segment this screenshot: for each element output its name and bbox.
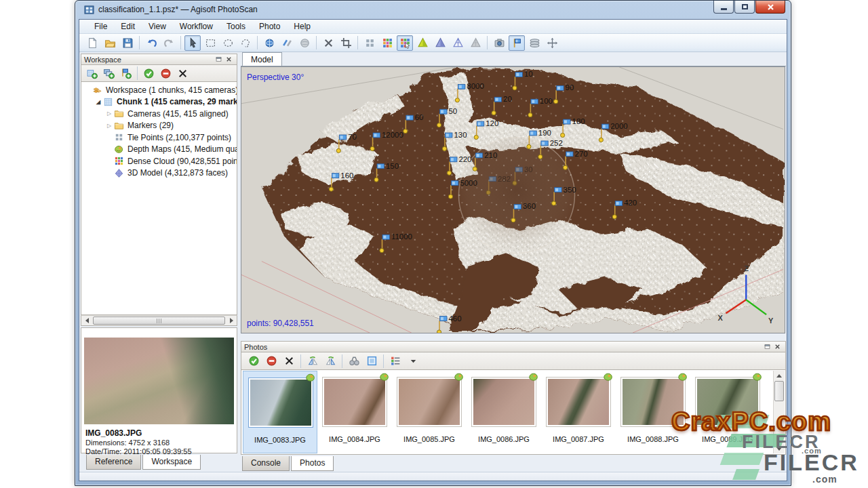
float-panel-button[interactable] (762, 342, 772, 351)
photo-thumbnail[interactable]: IMG_0085.JPG (392, 371, 467, 453)
marker-label: 5000 (460, 179, 477, 187)
photos-caret-down-button[interactable] (405, 354, 421, 369)
toolbar-sphere-gray-button[interactable] (296, 35, 313, 51)
close-panel-button[interactable] (772, 342, 783, 351)
close-panel-button[interactable] (224, 55, 234, 64)
menu-photo[interactable]: Photo (252, 20, 287, 33)
toolbar-select-circle-button[interactable] (220, 35, 236, 51)
toolbar-model-shaded-button[interactable] (414, 35, 431, 51)
select-rect-icon (205, 37, 216, 49)
tree-item-cameras[interactable]: ▷Cameras (415, 415 aligned) (81, 108, 237, 120)
workspace-add-chunk-button[interactable] (84, 66, 100, 81)
menu-workflow[interactable]: Workflow (173, 20, 220, 33)
tree-item-depth[interactable]: Depth Maps (415, Medium quality) (81, 144, 237, 156)
thumbnail-image[interactable] (546, 377, 611, 427)
scroll-right-arrow[interactable] (226, 316, 237, 325)
photo-thumbnail[interactable]: IMG_0087.JPG (541, 371, 616, 453)
thumbnail-image[interactable] (322, 377, 387, 427)
tree-item-chunk[interactable]: ◢Chunk 1 (415 cameras, 29 markers) (81, 96, 237, 108)
toolbar-model-textured-button[interactable] (467, 35, 484, 51)
expander-icon[interactable]: ▷ (106, 123, 113, 129)
tab-workspace[interactable]: Workspace (142, 455, 201, 470)
scrollbar-thumb[interactable] (93, 317, 225, 325)
model-3d-scene[interactable]: 1080009020100506012018020001200070130190… (241, 67, 785, 333)
page: classification_1.1.psz* — Agisoft PhotoS… (0, 0, 868, 488)
toolbar-show-photos-button[interactable] (491, 35, 507, 51)
toolbar-model-wireframe-button[interactable] (450, 35, 466, 51)
workspace-add-photos-button[interactable] (101, 66, 117, 81)
photos-remove-x-button[interactable] (281, 354, 297, 369)
close-button[interactable] (755, 1, 785, 14)
photo-preview-image[interactable] (84, 338, 234, 424)
toolbar-tie-points-button[interactable] (361, 35, 378, 51)
photo-thumbnail[interactable]: IMG_0083.JPG (243, 371, 317, 453)
marker-label: 90 (566, 83, 574, 92)
photo-thumbnail[interactable]: IMG_0086.JPG (467, 371, 541, 453)
toolbar-move-reset-button[interactable] (544, 35, 560, 51)
expander-icon[interactable]: ◢ (95, 99, 102, 105)
photos-view-mode-button[interactable] (363, 354, 380, 369)
toolbar-select-free-button[interactable] (237, 35, 254, 51)
menu-tools[interactable]: Tools (220, 20, 252, 33)
toolbar-select-rect-button[interactable] (202, 35, 218, 51)
toolbar-rotate-object-button[interactable] (261, 35, 277, 51)
thumbnail-image[interactable] (397, 377, 462, 427)
scroll-up-arrow[interactable] (774, 371, 785, 380)
expander-icon[interactable]: ▷ (106, 110, 113, 117)
thumbnail-filename: IMG_0086.JPG (467, 435, 541, 443)
toolbar-undo-button[interactable] (143, 35, 159, 51)
thumbnail-image[interactable] (471, 377, 536, 427)
photos-rotate-left-button[interactable] (304, 354, 321, 369)
toolbar-rotate-free-button[interactable] (279, 35, 295, 51)
toolbar-show-markers-button[interactable] (509, 35, 525, 51)
toolbar-open-folder-button[interactable] (102, 35, 118, 51)
toolbar-crop-button[interactable] (338, 35, 354, 51)
marker-label: 60 (415, 113, 424, 121)
photos-disable-button[interactable] (263, 354, 279, 369)
toolbar-redo-button[interactable] (161, 35, 177, 51)
photos-rotate-right-button[interactable] (322, 354, 338, 369)
workspace-disable-button[interactable] (158, 66, 174, 81)
save-icon (122, 37, 134, 49)
toolbar-ortho-layers-button[interactable] (526, 35, 542, 51)
tab-photos[interactable]: Photos (291, 456, 334, 471)
toolbar-navigation-button[interactable] (184, 35, 201, 51)
remove-x-icon (177, 68, 189, 79)
tree-item-markers[interactable]: ▷Markers (29) (81, 120, 237, 132)
maximize-button[interactable] (734, 1, 755, 14)
workspace-enable-button[interactable] (141, 66, 157, 81)
tab-console[interactable]: Console (242, 456, 290, 471)
workspace-add-marker-button[interactable] (118, 66, 134, 81)
toolbar-dense-cloud-button[interactable] (379, 35, 395, 51)
toolbar-new-document-button[interactable] (84, 35, 100, 51)
toolbar-model-solid-button[interactable] (432, 35, 448, 51)
toolbar-delete-x-button[interactable] (320, 35, 336, 51)
thumbnail-image[interactable] (248, 378, 313, 428)
toolbar-dense-cloud-classes-button[interactable] (397, 35, 413, 51)
tab-reference[interactable]: Reference (86, 455, 141, 470)
model-viewport[interactable]: 1080009020100506012018020001200070130190… (241, 66, 785, 333)
tab-model[interactable]: Model (242, 52, 282, 66)
scroll-left-arrow[interactable] (81, 316, 92, 325)
tree-item-label: Markers (29) (127, 121, 174, 130)
menu-view[interactable]: View (142, 20, 173, 33)
titlebar[interactable]: classification_1.1.psz* — Agisoft PhotoS… (75, 1, 791, 19)
float-panel-button[interactable] (214, 55, 224, 64)
photo-thumbnail[interactable]: IMG_0084.JPG (317, 371, 392, 453)
workspace-hscrollbar[interactable] (81, 315, 237, 326)
menu-file[interactable]: File (87, 20, 114, 33)
photos-binoculars-button[interactable] (346, 354, 362, 369)
toolbar-save-button[interactable] (119, 35, 136, 51)
tree-item-3d[interactable]: 3D Model (4,312,873 faces) (81, 167, 237, 180)
menu-help[interactable]: Help (287, 20, 317, 33)
tree-item-tie[interactable]: Tie Points (2,100,377 points) (81, 131, 237, 144)
photos-enable-button[interactable] (245, 354, 262, 369)
photos-details-grid-button[interactable] (387, 354, 403, 369)
menu-edit[interactable]: Edit (114, 20, 142, 33)
tree-item-workspace[interactable]: Workspace (1 chunks, 415 cameras) (81, 84, 237, 96)
photos-toolbar (241, 352, 786, 370)
tree-item-dense[interactable]: Dense Cloud (90,428,551 points) (81, 155, 237, 167)
scrollbar-thumb[interactable] (774, 381, 784, 401)
minimize-button[interactable] (713, 1, 734, 14)
workspace-remove-x-button[interactable] (175, 66, 191, 81)
